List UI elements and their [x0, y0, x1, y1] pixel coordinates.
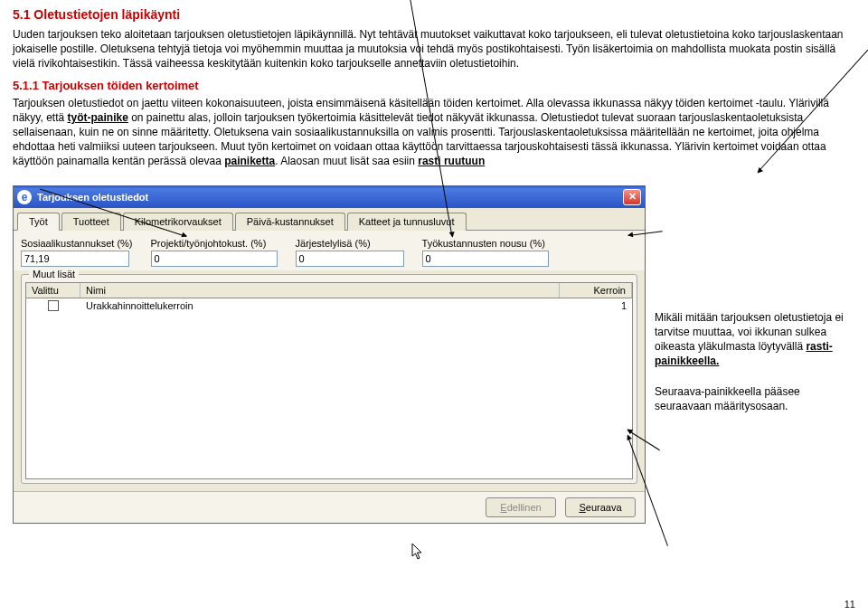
section-heading: 5.1 Oletustietojen läpikäynti: [13, 7, 855, 22]
col-kerroin: Kerroin: [560, 283, 632, 298]
row-kerroin: 1: [560, 298, 632, 313]
app-e-icon: e: [17, 190, 32, 204]
sosiaali-input[interactable]: [21, 251, 129, 267]
side-note-2: Seuraava-painikkeella pääsee seuraavaan …: [655, 384, 855, 413]
window-title: Tarjouksen oletustiedot: [37, 192, 623, 203]
rasti-ruutuun-ref: rasti ruutuun: [418, 155, 485, 167]
oletustiedot-window: e Tarjouksen oletustiedot ✕ Työt Tuottee…: [13, 185, 646, 524]
button-row: Edellinen Seuraava: [14, 491, 645, 523]
sosiaali-label: Sosiaalikustannukset (%): [21, 238, 133, 249]
paragraph-1: Uuden tarjouksen teko aloitetaan tarjouk…: [13, 27, 855, 71]
list-body[interactable]: Urakkahinnoittelukerroin 1: [25, 298, 633, 479]
tab-tyot[interactable]: Työt: [17, 213, 60, 231]
tab-tuotteet[interactable]: Tuotteet: [61, 213, 121, 231]
tyokust-input[interactable]: [422, 251, 549, 267]
edellinen-button: Edellinen: [486, 497, 556, 517]
tyokust-label: Työkustannusten nousu (%): [422, 238, 549, 249]
tab-paiva[interactable]: Päivä-kustannukset: [235, 213, 345, 231]
titlebar: e Tarjouksen oletustiedot ✕: [14, 186, 645, 208]
jarjestely-label: Järjestelylisä (%): [296, 238, 404, 249]
painiketta-ref: painiketta: [224, 155, 275, 167]
tyot-painike-ref: työt-painike: [67, 111, 127, 124]
col-valittu: Valittu: [26, 283, 80, 298]
projekti-input[interactable]: [151, 251, 278, 267]
jarjestely-input[interactable]: [296, 251, 404, 267]
subsection-heading: 5.1.1 Tarjouksen töiden kertoimet: [13, 79, 855, 92]
row-nimi: Urakkahinnoittelukerroin: [80, 298, 560, 313]
form-row: Sosiaalikustannukset (%) Projekti/työnjo…: [14, 231, 645, 270]
list-header: Valittu Nimi Kerroin: [25, 282, 633, 298]
list-row[interactable]: Urakkahinnoittelukerroin 1: [26, 298, 632, 313]
close-button[interactable]: ✕: [623, 189, 641, 205]
muut-lisat-group: Muut lisät Valittu Nimi Kerroin Urakkahi…: [21, 274, 637, 484]
cursor-icon: [411, 543, 424, 564]
side-note-1: Mikäli mitään tarjouksen oletustietoja e…: [655, 310, 855, 369]
row-checkbox[interactable]: [48, 300, 59, 311]
page-number: 11: [844, 599, 855, 610]
seuraava-button[interactable]: Seuraava: [565, 497, 636, 517]
groupbox-title: Muut lisät: [29, 269, 79, 279]
col-nimi: Nimi: [80, 283, 560, 298]
projekti-label: Projekti/työnjohtokust. (%): [151, 238, 278, 249]
